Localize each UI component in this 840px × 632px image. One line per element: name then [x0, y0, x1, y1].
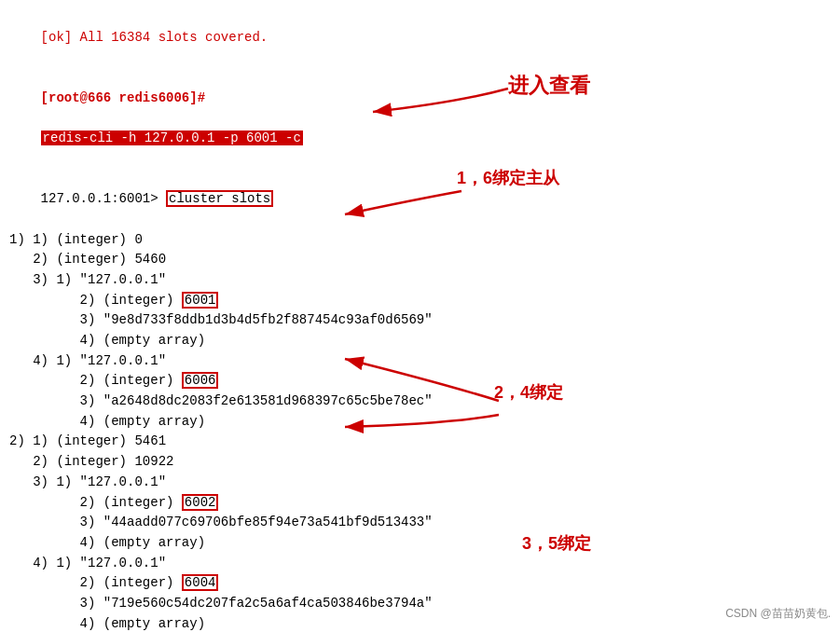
output-line-16: 4) (empty array)	[9, 533, 831, 554]
output-line-3: 3) 1) "127.0.0.1"	[9, 270, 831, 291]
command-text: redis-cli -h 127.0.0.1 -p 6001 -c	[41, 131, 303, 145]
output-line-18: 2) (integer) 6004	[9, 573, 831, 594]
output-line-7: 4) 1) "127.0.0.1"	[9, 351, 831, 372]
prompt-root: [root@666 redis6006]#	[41, 90, 205, 105]
output-line-13: 3) 1) "127.0.0.1"	[9, 473, 831, 493]
output-line-9: 3) "a2648d8dc2083f2e613581d968397c65c5be…	[9, 392, 831, 412]
cluster-cmd: cluster slots	[166, 190, 273, 207]
port-6001: 6001	[182, 292, 219, 309]
annotation-2-4: 2，4绑定	[494, 380, 563, 406]
output-line-20: 4) (empty array)	[9, 614, 831, 632]
output-line-8: 2) (integer) 6006	[9, 371, 831, 392]
output-line-4: 2) (integer) 6001	[9, 291, 831, 311]
space	[41, 110, 48, 125]
output-line-12: 2) (integer) 10922	[9, 452, 831, 473]
output-line-5: 3) "9e8d733f8ddb1d3b4d5fb2f887454c93af0d…	[9, 310, 831, 331]
prompt-line: [root@666 redis6006]# redis-cli -h 127.0…	[9, 68, 831, 169]
output-line-14: 2) (integer) 6002	[9, 493, 831, 514]
cluster-cmd-line: 127.0.0.1:6001> cluster slots	[9, 170, 831, 230]
terminal: [ok] All 16384 slots covered. [root@666 …	[0, 0, 840, 632]
output-line-10: 4) (empty array)	[9, 412, 831, 433]
port-6002: 6002	[182, 494, 219, 511]
watermark: CSDN @苗苗奶黄包.	[725, 605, 831, 623]
output-line-6: 4) (empty array)	[9, 331, 831, 351]
prompt-symbol: 127.0.0.1:6001>	[41, 191, 166, 206]
port-6006: 6006	[182, 372, 219, 389]
port-6004: 6004	[182, 574, 219, 591]
output-line-15: 3) "44aadd077c69706bfe85f94e73a541bf9d51…	[9, 513, 831, 533]
header-line: [ok] All 16384 slots covered.	[9, 7, 831, 68]
output-line-1: 1) 1) (integer) 0	[9, 230, 831, 251]
output-line-17: 4) 1) "127.0.0.1"	[9, 554, 831, 574]
output-line-2: 2) (integer) 5460	[9, 250, 831, 270]
annotation-1-6: 1，6绑定主从	[457, 166, 559, 192]
output-line-19: 3) "719e560c54dc207fa2c5a6af4ca503846be3…	[9, 594, 831, 614]
annotation-enter: 进入查看	[508, 70, 590, 102]
output-line-11: 2) 1) (integer) 5461	[9, 432, 831, 452]
annotation-3-5: 3，5绑定	[522, 531, 591, 557]
